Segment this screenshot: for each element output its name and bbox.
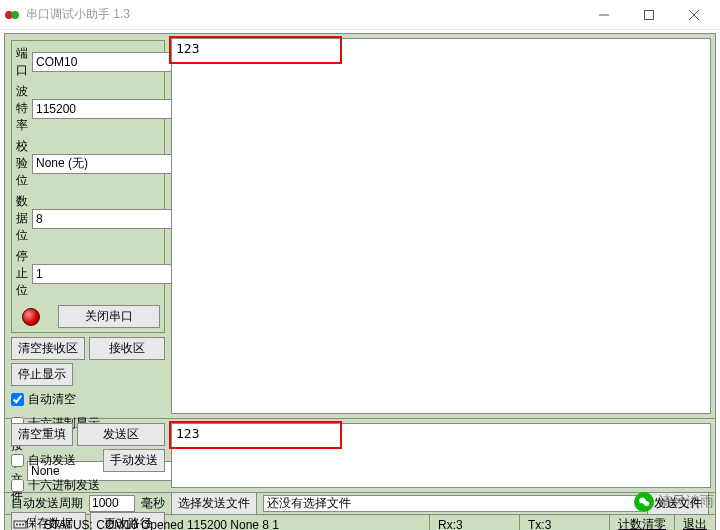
svg-rect-3	[644, 10, 653, 19]
baud-label: 波特率	[16, 83, 28, 134]
hex-send-input[interactable]	[11, 479, 24, 492]
rx-counter: Rx:3	[430, 515, 520, 530]
baud-value[interactable]	[32, 99, 189, 119]
send-file-button[interactable]: 发送文件	[647, 492, 709, 515]
serial-settings-group: 端 口 波特率 校验位 数据	[11, 40, 165, 333]
rx-area-label-button[interactable]: 接收区	[89, 337, 165, 360]
svg-point-1	[11, 11, 19, 19]
connector-icon	[5, 515, 36, 530]
clear-tx-button[interactable]: 清空重填	[11, 423, 73, 446]
tx-counter: Tx:3	[520, 515, 610, 530]
parity-value[interactable]	[32, 154, 189, 174]
status-text: STATUS: COM10 Opened 115200 None 8 1	[36, 515, 430, 530]
parity-label: 校验位	[16, 138, 28, 189]
window-controls	[581, 0, 716, 29]
choose-file-button[interactable]: 选择发送文件	[171, 492, 257, 515]
svg-point-9	[22, 524, 24, 526]
clear-rx-button[interactable]: 清空接收区	[11, 337, 85, 360]
minimize-button[interactable]	[581, 0, 626, 29]
svg-point-8	[19, 524, 21, 526]
left-sidebar: 端 口 波特率 校验位 数据	[5, 34, 171, 418]
file-path-display: 还没有选择文件	[263, 495, 641, 512]
stop-display-button[interactable]: 停止显示	[11, 363, 73, 386]
manual-send-button[interactable]: 手动发送	[103, 449, 165, 472]
status-bar: STATUS: COM10 Opened 115200 None 8 1 Rx:…	[4, 515, 716, 530]
app-icon	[4, 7, 20, 23]
auto-clear-checkbox[interactable]: 自动清空	[11, 391, 165, 408]
counter-clear-link[interactable]: 计数清零	[610, 515, 675, 530]
data-bits-value[interactable]	[32, 209, 189, 229]
period-input[interactable]	[89, 495, 135, 512]
tx-content: 123	[176, 426, 199, 441]
rx-content: 123	[176, 41, 199, 56]
exit-link[interactable]: 退出	[675, 515, 715, 530]
close-button[interactable]	[671, 0, 716, 29]
send-panel: 清空重填 发送区 自动发送 手动发送 十六进制发送 123	[4, 419, 716, 493]
period-label: 自动发送周期	[11, 495, 83, 512]
send-sidebar: 清空重填 发送区 自动发送 手动发送 十六进制发送	[5, 419, 171, 492]
rx-textarea[interactable]: 123	[171, 38, 711, 414]
svg-point-7	[16, 524, 18, 526]
titlebar: 串口调试小助手 1.3	[0, 0, 720, 30]
port-value[interactable]	[32, 52, 189, 72]
auto-send-input[interactable]	[11, 454, 24, 467]
maximize-button[interactable]	[626, 0, 671, 29]
data-bits-label: 数据位	[16, 193, 28, 244]
tx-textarea[interactable]: 123	[171, 423, 711, 488]
window-title: 串口调试小助手 1.3	[26, 6, 581, 23]
stop-bits-label: 停止位	[16, 248, 28, 299]
close-port-button[interactable]: 关闭串口	[58, 305, 160, 328]
auto-send-checkbox[interactable]: 自动发送	[11, 452, 99, 469]
stop-bits-value[interactable]	[32, 264, 189, 284]
port-label: 端 口	[16, 45, 28, 79]
port-status-led-icon	[22, 308, 40, 326]
period-unit: 毫秒	[141, 495, 165, 512]
hex-send-checkbox[interactable]: 十六进制发送	[11, 477, 165, 494]
auto-clear-input[interactable]	[11, 393, 24, 406]
main-panel: 端 口 波特率 校验位 数据	[4, 33, 716, 419]
tx-area-label-button[interactable]: 发送区	[77, 423, 165, 446]
